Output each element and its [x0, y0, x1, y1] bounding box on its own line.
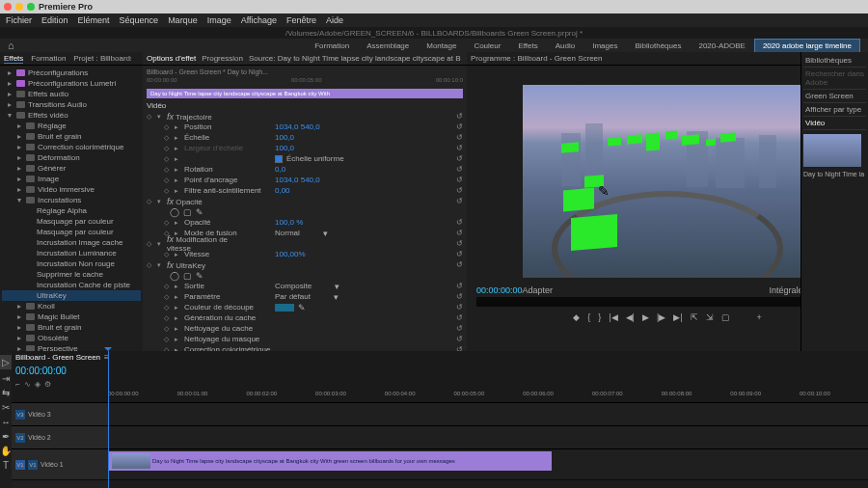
property-row[interactable]: ◇▸Largeur d'échelle100,0↺: [147, 143, 463, 153]
workspace-montage[interactable]: Montage: [418, 39, 465, 53]
tree-item[interactable]: ▸Transitions Audio: [2, 99, 141, 110]
property-row[interactable]: ◇▸Point d'ancrage1034,0 540,0↺: [147, 175, 463, 185]
mark-out-icon[interactable]: }: [598, 312, 601, 322]
slip-tool-icon[interactable]: ↔: [1, 417, 11, 427]
track-select-tool-icon[interactable]: ⇥: [2, 373, 10, 384]
settings-icon[interactable]: ⚙: [44, 380, 51, 389]
hand-tool-icon[interactable]: ✋: [0, 446, 12, 456]
menu-sequence[interactable]: Séquence: [120, 15, 159, 25]
play-icon[interactable]: ▶: [642, 312, 649, 322]
track-toggle-v3[interactable]: V3: [15, 410, 25, 420]
property-row[interactable]: ◇▸Échelle100,0↺: [147, 132, 463, 143]
tree-item[interactable]: ▸Générer: [2, 163, 141, 174]
menu-fichier[interactable]: Fichier: [6, 15, 32, 25]
libraries-current[interactable]: Green Screen: [803, 90, 866, 103]
effect-clip-bar[interactable]: Day to Night Time lapse city landscape c…: [147, 89, 463, 98]
home-icon[interactable]: ⌂: [8, 40, 14, 51]
effect-section[interactable]: ◇▾fx Trajectoire↺: [147, 111, 463, 122]
libraries-title[interactable]: Bibliothèques: [803, 54, 866, 68]
tree-item[interactable]: ▸Knoll: [2, 301, 141, 312]
workspace-assemblage[interactable]: Assemblage: [358, 39, 418, 53]
link-icon[interactable]: ∿: [24, 380, 31, 389]
effect-section[interactable]: ◇▾fx Modification de vitesse↺: [147, 238, 463, 249]
property-row[interactable]: ◇▸Filtre anti-scintillement0,00↺: [147, 185, 463, 196]
settings-plus-icon[interactable]: +: [757, 312, 762, 322]
tree-item[interactable]: Incrustation Cache de piste: [2, 280, 141, 290]
tab-options-effet[interactable]: Options d'effet: [147, 54, 196, 63]
menu-element[interactable]: Elément: [78, 15, 110, 25]
timeline-ruler[interactable]: 00:00:00:0000:00:01:0000:00:02:0000:00:0…: [12, 391, 868, 402]
ellipse-mask-icon[interactable]: ◯: [170, 271, 179, 281]
razor-tool-icon[interactable]: ✂: [2, 402, 10, 413]
library-item-thumb[interactable]: [803, 134, 861, 167]
workspace-biblio[interactable]: Bibliothèques: [626, 39, 690, 53]
property-row[interactable]: ◇▸Opacité100,0 %↺: [147, 217, 463, 228]
tree-item[interactable]: ▸Bruit et grain: [2, 131, 141, 142]
property-row[interactable]: ◇▸Position1034,0 540,0↺: [147, 122, 463, 132]
property-row[interactable]: ◇▸ParamètrePar défaut▾↺: [147, 291, 463, 302]
eyedropper-icon[interactable]: ✎: [298, 303, 306, 312]
property-row[interactable]: ◇▸Rotation0,0↺: [147, 164, 463, 175]
tab-progression[interactable]: Progression: [202, 54, 243, 63]
ripple-tool-icon[interactable]: ⇆: [2, 388, 10, 398]
timeline-tc[interactable]: 00:00:00:00: [15, 366, 67, 376]
libraries-search[interactable]: Rechercher dans Adobe: [803, 68, 866, 90]
property-row[interactable]: ◇▸Nettoyage du masque↺: [147, 334, 463, 344]
snap-icon[interactable]: ⌐: [15, 380, 20, 389]
track-toggle-v1[interactable]: V1: [28, 460, 38, 470]
mark-in-icon[interactable]: {: [587, 312, 590, 322]
tree-item[interactable]: ▸Déformation: [2, 152, 141, 163]
tree-item[interactable]: ▸Magic Bullet: [2, 312, 141, 322]
menu-aide[interactable]: Aide: [326, 15, 343, 25]
tree-item[interactable]: ▸Effets audio: [2, 89, 141, 99]
marker-icon[interactable]: ◈: [35, 380, 41, 389]
pen-tool-icon[interactable]: ✒: [2, 431, 10, 442]
minimize-window-icon[interactable]: [15, 3, 23, 11]
zoom-window-icon[interactable]: [27, 3, 35, 11]
property-row[interactable]: ◇▸Nettoyage du cache↺: [147, 323, 463, 334]
step-back-icon[interactable]: ◀|: [626, 312, 635, 322]
tree-item[interactable]: Incrustation Luminance: [2, 248, 141, 258]
pen-mask-icon[interactable]: ✎: [196, 207, 203, 217]
extract-icon[interactable]: ⇲: [706, 312, 714, 322]
close-window-icon[interactable]: [4, 3, 12, 11]
workspace-effets[interactable]: Effets: [509, 39, 546, 53]
menu-affichage[interactable]: Affichage: [241, 15, 277, 25]
workspace-2020adobe[interactable]: 2020-ADOBE: [690, 39, 753, 53]
tab-projet[interactable]: Projet : Billboards Green Screen: [73, 54, 131, 63]
type-tool-icon[interactable]: T: [3, 460, 9, 471]
tree-item[interactable]: Incrustation Image cache: [2, 237, 141, 248]
tree-item[interactable]: ▸Correction colorimétrique: [2, 142, 141, 152]
selection-tool-icon[interactable]: ▷: [0, 355, 12, 369]
workspace-couleur[interactable]: Couleur: [465, 39, 509, 53]
menu-edition[interactable]: Edition: [41, 15, 68, 25]
workspace-audio[interactable]: Audio: [547, 39, 583, 53]
program-tc-in[interactable]: 00:00:00:00: [476, 285, 523, 295]
property-row[interactable]: ◇▸ Échelle uniforme↺: [147, 153, 463, 164]
workspace-formation[interactable]: Formation: [306, 39, 358, 53]
rect-mask-icon[interactable]: ▢: [183, 271, 192, 281]
sequence-name[interactable]: Billboard - Green Screen: [15, 353, 100, 362]
tab-formation[interactable]: Formation: [31, 54, 66, 63]
go-in-icon[interactable]: |◀: [609, 312, 617, 322]
property-row[interactable]: ◇▸Vitesse100,00%↺: [147, 249, 463, 259]
effect-section[interactable]: ◇▾fx UltraKey↺: [147, 259, 463, 270]
tree-item[interactable]: ▸Préconfigurations: [2, 68, 141, 78]
tree-item[interactable]: Masquage par couleur: [2, 227, 141, 237]
menu-image[interactable]: Image: [207, 15, 231, 25]
tree-item[interactable]: ▸Vidéo immersive: [2, 184, 141, 195]
tree-item[interactable]: Supprimer le cache: [2, 269, 141, 280]
property-row[interactable]: ◇▸Génération du cache↺: [147, 312, 463, 323]
tree-item[interactable]: ▸Image: [2, 174, 141, 184]
export-frame-icon[interactable]: ▢: [721, 312, 730, 322]
program-fit-dropdown[interactable]: Adapter: [523, 285, 554, 295]
tree-item[interactable]: ▾Incrustations: [2, 195, 141, 205]
ellipse-mask-icon[interactable]: ◯: [170, 207, 179, 217]
pen-mask-icon[interactable]: ✎: [196, 271, 203, 281]
tree-item[interactable]: ▸Réglage: [2, 121, 141, 131]
tab-effets[interactable]: Effets: [4, 54, 23, 64]
effect-section[interactable]: ◇▾fx Opacité↺: [147, 196, 463, 206]
tree-item[interactable]: ▸Préconfigurations Lumetri: [2, 78, 141, 89]
playhead[interactable]: [108, 351, 109, 488]
tree-item[interactable]: ▾Effets vidéo: [2, 110, 141, 121]
